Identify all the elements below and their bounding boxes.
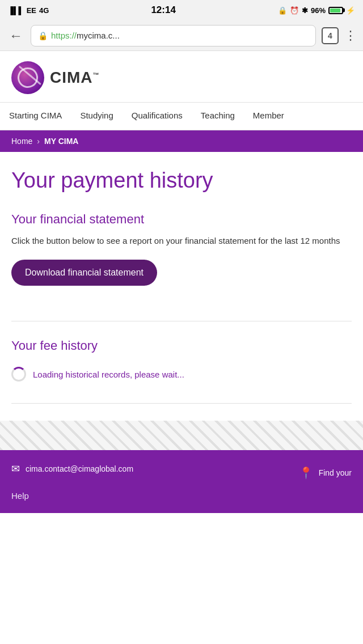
logo-area: CIMA™ bbox=[0, 51, 363, 103]
footer-find-label: Find your bbox=[319, 468, 352, 477]
signal-icon: ▐▌▌ bbox=[8, 6, 24, 15]
url-bar[interactable]: 🔒 https://mycima.c... bbox=[31, 25, 316, 46]
brand-name: CIMA™ bbox=[50, 69, 100, 87]
bluetooth-icon: ✱ bbox=[302, 6, 308, 15]
carrier-label: EE bbox=[27, 6, 36, 15]
url-text: https://mycima.c... bbox=[51, 31, 309, 40]
nav-member[interactable]: Member bbox=[244, 103, 293, 130]
footer-help: Help bbox=[11, 491, 352, 501]
nav-teaching[interactable]: Teaching bbox=[192, 103, 244, 130]
page-content: CIMA™ Starting CIMA Studying Qualificati… bbox=[0, 51, 363, 536]
nav-studying[interactable]: Studying bbox=[71, 103, 122, 130]
footer-help-label[interactable]: Help bbox=[11, 491, 29, 501]
secure-lock-icon: 🔒 bbox=[38, 31, 48, 40]
footer: ✉ cima.contact@cimaglobal.com 📍 Find you… bbox=[0, 450, 363, 513]
breadcrumb-separator: › bbox=[37, 137, 40, 146]
tab-count[interactable]: 4 bbox=[322, 27, 339, 44]
charging-icon: ⚡ bbox=[346, 6, 355, 15]
more-options-icon[interactable]: ⋮ bbox=[344, 28, 356, 43]
cima-logo-mark bbox=[11, 61, 44, 94]
divider-2 bbox=[11, 403, 352, 404]
breadcrumb-current: MY CIMA bbox=[44, 137, 78, 146]
footer-email[interactable]: cima.contact@cimaglobal.com bbox=[26, 464, 133, 473]
page-title: Your payment history bbox=[11, 168, 352, 194]
battery-icon bbox=[328, 7, 343, 14]
status-left: ▐▌▌ EE 4G bbox=[8, 6, 49, 15]
download-financial-statement-button[interactable]: Download financial statement bbox=[11, 260, 157, 286]
loading-spinner bbox=[11, 367, 26, 382]
status-bar: ▐▌▌ EE 4G 12:14 🔒 ⏰ ✱ 96% ⚡ bbox=[0, 0, 363, 20]
breadcrumb-home[interactable]: Home bbox=[11, 137, 32, 146]
battery-pct: 96% bbox=[311, 6, 326, 15]
email-icon: ✉ bbox=[11, 463, 20, 475]
lock-status-icon: 🔒 bbox=[278, 6, 287, 15]
nav-starting-cima[interactable]: Starting CIMA bbox=[0, 103, 71, 130]
footer-contact: ✉ cima.contact@cimaglobal.com bbox=[11, 463, 133, 475]
loading-row: Loading historical records, please wait.… bbox=[11, 362, 352, 386]
alarm-icon: ⏰ bbox=[290, 6, 299, 15]
url-domain: mycima.c... bbox=[77, 31, 120, 40]
browser-chrome: ← 🔒 https://mycima.c... 4 ⋮ bbox=[0, 20, 363, 51]
status-right: 🔒 ⏰ ✱ 96% ⚡ bbox=[278, 6, 355, 15]
footer-find: 📍 Find your bbox=[299, 466, 352, 480]
location-icon: 📍 bbox=[299, 466, 313, 480]
footer-row: ✉ cima.contact@cimaglobal.com 📍 Find you… bbox=[11, 463, 352, 483]
nav-bar: Starting CIMA Studying Qualifications Te… bbox=[0, 103, 363, 130]
nav-qualifications[interactable]: Qualifications bbox=[123, 103, 192, 130]
back-button[interactable]: ← bbox=[7, 26, 25, 46]
breadcrumb: Home › MY CIMA bbox=[0, 130, 363, 152]
status-time: 12:14 bbox=[151, 5, 175, 16]
url-https: https:// bbox=[51, 31, 77, 40]
loading-text: Loading historical records, please wait.… bbox=[33, 370, 184, 379]
financial-section-title: Your financial statement bbox=[11, 212, 352, 227]
main-content: Your payment history Your financial stat… bbox=[0, 152, 363, 536]
fee-section-title: Your fee history bbox=[11, 338, 352, 353]
network-label: 4G bbox=[39, 6, 49, 15]
divider bbox=[11, 321, 352, 321]
financial-desc: Click the button below to see a report o… bbox=[11, 235, 352, 248]
hatched-section bbox=[0, 421, 363, 450]
